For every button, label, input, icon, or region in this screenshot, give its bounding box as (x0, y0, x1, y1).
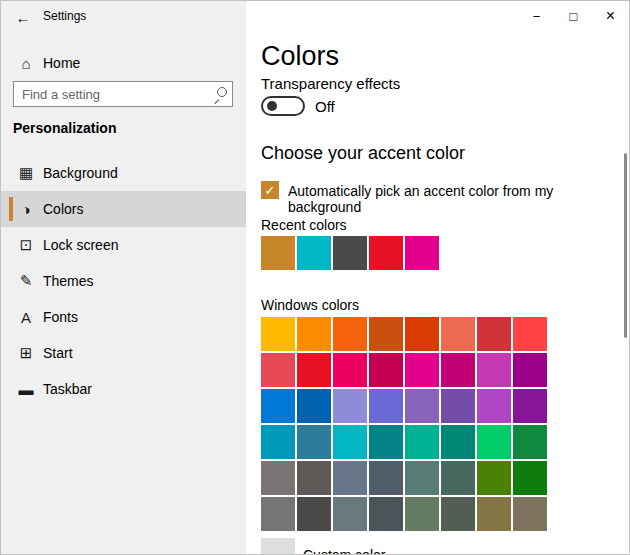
color-swatch[interactable] (405, 353, 439, 387)
color-swatch[interactable] (441, 497, 475, 531)
color-swatch[interactable] (333, 461, 367, 495)
recent-colors-label: Recent colors (261, 217, 347, 233)
sidebar-item-taskbar[interactable]: ▬ Taskbar (1, 371, 246, 407)
sidebar-item-start[interactable]: ⊞ Start (1, 335, 246, 371)
sidebar-item-label: Start (43, 345, 73, 361)
color-swatch[interactable] (261, 497, 295, 531)
color-swatch[interactable] (477, 353, 511, 387)
color-swatch[interactable] (261, 353, 295, 387)
color-swatch[interactable] (333, 389, 367, 423)
color-swatch[interactable] (477, 461, 511, 495)
checkmark-icon: ✓ (265, 184, 276, 197)
sidebar: ← Settings ⌂ Home Personalization ▦ Back… (1, 1, 246, 554)
window-controls: − □ × (518, 1, 629, 31)
sidebar-item-fonts[interactable]: A Fonts (1, 299, 246, 335)
search-input[interactable] (13, 81, 233, 107)
scrollbar-thumb[interactable] (624, 153, 627, 338)
color-swatch[interactable] (333, 317, 367, 351)
color-swatch[interactable] (369, 425, 403, 459)
app-title: Settings (43, 9, 86, 23)
colors-icon: ◑ (17, 201, 35, 218)
color-swatch[interactable] (405, 389, 439, 423)
recent-colors-row (261, 236, 439, 270)
color-swatch[interactable] (441, 425, 475, 459)
color-swatch[interactable] (513, 389, 547, 423)
color-swatch[interactable] (369, 317, 403, 351)
custom-color-label: Custom color (303, 547, 385, 555)
fonts-icon: A (17, 309, 35, 326)
sidebar-item-label: Lock screen (43, 237, 118, 253)
color-swatch[interactable] (297, 317, 331, 351)
sidebar-item-label: Fonts (43, 309, 78, 325)
color-swatch[interactable] (369, 236, 403, 270)
color-swatch[interactable] (261, 461, 295, 495)
color-swatch[interactable] (405, 461, 439, 495)
color-swatch[interactable] (477, 389, 511, 423)
color-swatch[interactable] (513, 353, 547, 387)
color-swatch[interactable] (477, 497, 511, 531)
background-icon: ▦ (17, 164, 35, 182)
color-swatch[interactable] (261, 236, 295, 270)
color-swatch[interactable] (261, 389, 295, 423)
color-swatch[interactable] (513, 317, 547, 351)
color-swatch[interactable] (441, 317, 475, 351)
color-swatch[interactable] (261, 425, 295, 459)
color-swatch[interactable] (261, 317, 295, 351)
color-swatch[interactable] (297, 236, 331, 270)
color-swatch[interactable] (369, 389, 403, 423)
color-swatch[interactable] (513, 497, 547, 531)
color-swatch[interactable] (441, 389, 475, 423)
lock-screen-icon: ⊡ (17, 236, 35, 254)
windows-colors-label: Windows colors (261, 297, 359, 313)
sidebar-item-label: Home (43, 55, 80, 71)
color-swatch[interactable] (297, 461, 331, 495)
custom-color-swatch[interactable] (261, 538, 295, 555)
sidebar-section-header: Personalization (13, 120, 116, 136)
color-swatch[interactable] (297, 389, 331, 423)
color-swatch[interactable] (441, 461, 475, 495)
custom-color-row: Custom color (261, 538, 385, 555)
accent-color-heading: Choose your accent color (261, 143, 465, 164)
color-swatch[interactable] (333, 236, 367, 270)
sidebar-item-lock-screen[interactable]: ⊡ Lock screen (1, 227, 246, 263)
sidebar-item-label: Colors (43, 201, 83, 217)
sidebar-item-background[interactable]: ▦ Background (1, 155, 246, 191)
sidebar-item-label: Background (43, 165, 118, 181)
color-swatch[interactable] (477, 317, 511, 351)
close-button[interactable]: × (592, 1, 629, 31)
maximize-button[interactable]: □ (555, 1, 592, 31)
auto-pick-checkbox[interactable]: ✓ (261, 181, 279, 199)
minimize-button[interactable]: − (518, 1, 555, 31)
back-button[interactable]: ← (7, 4, 39, 30)
sidebar-item-themes[interactable]: ✎ Themes (1, 263, 246, 299)
color-swatch[interactable] (297, 425, 331, 459)
color-swatch[interactable] (369, 353, 403, 387)
windows-colors-grid (261, 317, 547, 531)
color-swatch[interactable] (405, 497, 439, 531)
color-swatch[interactable] (333, 497, 367, 531)
taskbar-icon: ▬ (17, 381, 35, 398)
transparency-toggle[interactable] (261, 96, 305, 116)
color-swatch[interactable] (405, 425, 439, 459)
search-icon[interactable] (213, 87, 227, 101)
settings-window: ← Settings ⌂ Home Personalization ▦ Back… (0, 0, 630, 555)
color-swatch[interactable] (297, 353, 331, 387)
color-swatch[interactable] (333, 353, 367, 387)
color-swatch[interactable] (477, 425, 511, 459)
color-swatch[interactable] (369, 461, 403, 495)
color-swatch[interactable] (441, 353, 475, 387)
toggle-state-label: Off (315, 98, 335, 115)
home-icon: ⌂ (17, 55, 35, 72)
color-swatch[interactable] (333, 425, 367, 459)
transparency-effects-label: Transparency effects (261, 75, 400, 92)
selected-indicator (9, 197, 13, 221)
color-swatch[interactable] (405, 317, 439, 351)
color-swatch[interactable] (513, 425, 547, 459)
color-swatch[interactable] (297, 497, 331, 531)
themes-icon: ✎ (17, 272, 35, 290)
color-swatch[interactable] (369, 497, 403, 531)
sidebar-item-colors[interactable]: ◑ Colors (1, 191, 246, 227)
sidebar-item-home[interactable]: ⌂ Home (1, 45, 246, 81)
color-swatch[interactable] (513, 461, 547, 495)
color-swatch[interactable] (405, 236, 439, 270)
